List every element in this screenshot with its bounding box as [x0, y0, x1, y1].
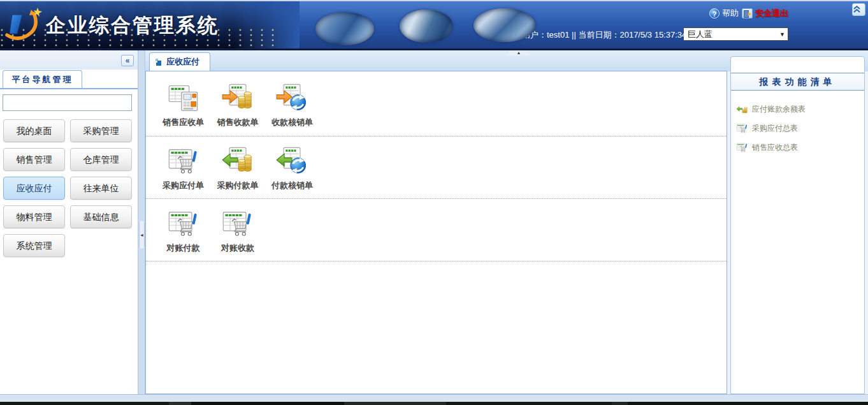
purchase-payable-bill-icon	[167, 145, 200, 178]
launcher-purchase-payment-bill[interactable]: 采购付款单	[212, 145, 263, 191]
sales-receivable-summary-icon	[736, 142, 748, 154]
triangle-left-icon: ◄	[140, 233, 144, 237]
sales-receivable-bill-icon	[167, 82, 200, 115]
sidebar-item-warehouse-mgmt[interactable]: 仓库管理	[70, 148, 132, 171]
sidebar-top-strip	[0, 50, 138, 70]
launcher-row-reconcile: 对账付款 对账收款	[146, 199, 727, 261]
theme-selected-value: 巨人蓝	[688, 29, 712, 40]
sidebar-item-my-desktop[interactable]: 我的桌面	[3, 119, 65, 142]
header-photo-2	[400, 10, 453, 43]
app-title: 企业综合管理系统	[46, 12, 219, 39]
sidebar-item-purchase-mgmt[interactable]: 采购管理	[70, 119, 132, 142]
header-links: ? 帮助 安全退出	[709, 8, 788, 19]
purchase-payable-summary-icon	[736, 122, 748, 135]
login-user-value: test01	[547, 30, 569, 40]
collapse-sidebar-button[interactable]: «	[121, 55, 134, 66]
collapse-header-button[interactable]	[852, 3, 865, 16]
launcher-reconcile-receipt[interactable]: 对账收款	[212, 207, 263, 254]
taskbar-strip	[0, 402, 868, 405]
exit-door-icon	[742, 8, 753, 18]
launcher-sales-receipt-bill[interactable]: 销售收款单	[212, 82, 263, 128]
launcher-purchase-payable-bill[interactable]: 采购应付单	[157, 145, 209, 191]
sidebar-splitter[interactable]: ◄	[138, 50, 145, 394]
sidebar-item-receivable-payable[interactable]: 应收应付	[3, 177, 65, 200]
tab-label: 应收应付	[166, 56, 199, 68]
sidebar-item-basic-info[interactable]: 基础信息	[70, 205, 132, 228]
reconcile-payment-icon	[167, 207, 200, 240]
current-date-value: 2017/5/3 15:37:34	[619, 30, 686, 40]
current-date-label: 当前日期：	[578, 30, 619, 40]
sidebar-tab-underline	[0, 88, 138, 89]
navigation-sidebar: « 平台导航管理 我的桌面 采购管理 销售管理 仓库管理 应收应付 往来单位 物…	[0, 50, 138, 394]
status-strip	[0, 394, 868, 402]
launcher-label: 采购付款单	[212, 180, 263, 191]
sidebar-item-business-partners[interactable]: 往来单位	[70, 177, 132, 200]
sidebar-item-system-mgmt[interactable]: 系统管理	[3, 234, 65, 257]
app-window: 企业综合管理系统 登陆用户：test01 || 当前日期：2017/5/3 15…	[0, 0, 868, 405]
purchase-payment-bill-icon	[221, 145, 254, 178]
sales-receipt-bill-icon	[221, 82, 254, 115]
help-label: 帮助	[722, 8, 739, 19]
launcher-label: 对账付款	[157, 242, 209, 254]
header-photo-1	[315, 12, 374, 45]
header-photo-3	[474, 8, 535, 42]
chevron-down-icon: ▼	[779, 31, 785, 38]
module-launcher-panel: 销售应收单 销售收款单 收款核销单 采购应付单 采购付款单	[145, 71, 727, 394]
sidebar-search-input[interactable]	[3, 94, 132, 111]
sidebar-tab-platform-nav[interactable]: 平台导航管理	[3, 70, 82, 88]
sidebar-item-material-mgmt[interactable]: 物料管理	[3, 205, 65, 228]
chevron-double-up-icon	[853, 5, 861, 13]
logout-button[interactable]: 安全退出	[742, 8, 788, 19]
launcher-payment-writeoff-bill[interactable]: 付款核销单	[266, 145, 318, 191]
launcher-receipt-writeoff-bill[interactable]: 收款核销单	[266, 82, 318, 128]
separator: ||	[572, 30, 576, 40]
tab-receivable-payable[interactable]: 应收应付	[149, 52, 210, 71]
report-item-payable-balance[interactable]: 应付账款余额表	[736, 99, 864, 119]
launcher-sales-receivable-bill[interactable]: 销售应收单	[157, 82, 209, 128]
logout-label: 安全退出	[755, 8, 788, 19]
payable-balance-report-icon	[736, 103, 748, 115]
launcher-label: 付款核销单	[266, 180, 318, 191]
theme-select[interactable]: 巨人蓝 ▼	[683, 27, 788, 41]
launcher-label: 对账收款	[212, 242, 263, 254]
report-item-label: 销售应收总表	[752, 142, 798, 153]
receipt-writeoff-bill-icon	[275, 82, 308, 115]
sidebar-item-sales-mgmt[interactable]: 销售管理	[3, 148, 65, 171]
app-logo-icon	[3, 6, 43, 45]
report-item-label: 应付账款余额表	[752, 104, 806, 115]
report-list: 应付账款余额表 采购应付总表 销售应收总表	[731, 91, 864, 157]
report-panel: 报表功能清单 应付账款余额表 采购应付总表 销售应收总表	[730, 56, 865, 394]
launcher-row-purchase: 采购应付单 采购付款单 付款核销单	[146, 136, 727, 199]
help-button[interactable]: ? 帮助	[709, 8, 739, 19]
launcher-label: 采购应付单	[157, 180, 209, 191]
receivable-payable-tab-icon	[155, 58, 163, 66]
launcher-row-sales: 销售应收单 销售收款单 收款核销单	[146, 71, 727, 136]
report-item-sales-receivable-summary[interactable]: 销售应收总表	[736, 138, 864, 157]
launcher-reconcile-payment[interactable]: 对账付款	[157, 207, 209, 254]
main-workspace: 应收应付 销售应收单 销售收款单 收款核销单	[145, 52, 727, 394]
launcher-label: 收款核销单	[266, 117, 318, 128]
payment-writeoff-bill-icon	[275, 145, 308, 178]
launcher-label: 销售应收单	[157, 117, 209, 128]
header-banner: 企业综合管理系统 登陆用户：test01 || 当前日期：2017/5/3 15…	[0, 0, 868, 50]
report-panel-title: 报表功能清单	[731, 73, 864, 91]
report-item-purchase-payable-summary[interactable]: 采购应付总表	[736, 119, 864, 138]
sidebar-module-grid: 我的桌面 采购管理 销售管理 仓库管理 应收应付 往来单位 物料管理 基础信息 …	[3, 119, 133, 257]
help-question-icon: ?	[709, 8, 720, 18]
launcher-label: 销售收款单	[212, 117, 263, 128]
reconcile-receipt-icon	[221, 207, 254, 240]
report-item-label: 采购应付总表	[752, 123, 798, 134]
splitter-collapse-handle[interactable]: ◄	[139, 220, 145, 249]
